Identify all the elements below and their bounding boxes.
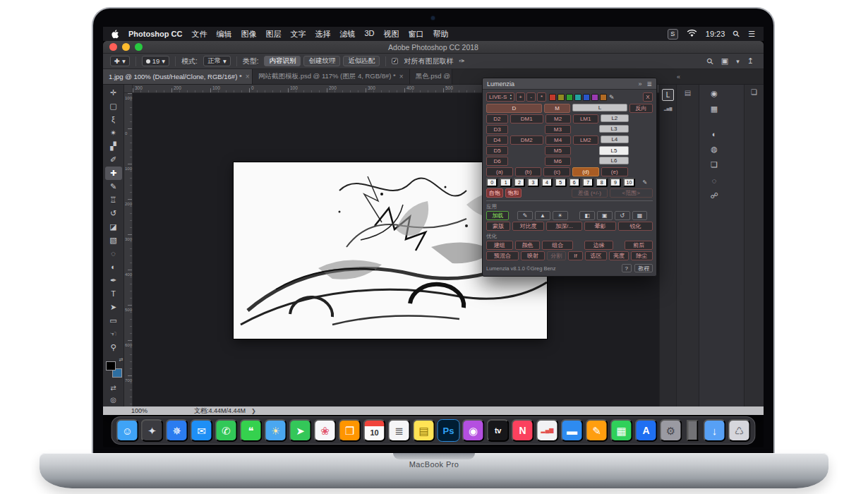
messages-icon[interactable]: ❝ <box>240 419 263 442</box>
lumenzia-button[interactable]: 亮度 <box>609 251 628 260</box>
photoshop-icon[interactable]: Ps <box>438 419 460 442</box>
menu-item[interactable]: 滤镜 <box>339 29 355 40</box>
share-icon[interactable]: ↥ <box>747 56 754 66</box>
lumenzia-tutorial-button[interactable]: 教程 <box>634 264 653 272</box>
color-swatch[interactable] <box>591 94 598 101</box>
pressure-icon[interactable]: ✑ <box>459 57 464 65</box>
books-icon[interactable]: ❐ <box>339 419 361 442</box>
lumenzia-button[interactable]: 10 <box>623 178 634 187</box>
eye-icon[interactable]: ◉ <box>708 88 721 99</box>
swap-icon[interactable]: ⇄ <box>110 384 116 392</box>
lumenzia-button[interactable]: 加深/... <box>546 222 582 231</box>
layers-icon[interactable]: ❏ <box>708 159 721 170</box>
crop-tool[interactable]: ▞ <box>105 140 122 153</box>
menu-item[interactable]: 视图 <box>383 29 399 40</box>
color-swatch[interactable] <box>549 94 556 101</box>
menu-item[interactable]: 文件 <box>191 29 207 40</box>
lumenzia-button[interactable]: 锐化 <box>618 222 653 231</box>
lumenzia-button[interactable]: 差值 (+/-) <box>572 188 608 198</box>
lumenzia-button[interactable]: (a) <box>486 167 513 176</box>
brush-size-picker[interactable]: 19 ▾ <box>142 56 169 66</box>
lumenzia-button[interactable]: 0 <box>486 178 498 187</box>
lumenzia-button[interactable]: 选区 <box>585 251 607 260</box>
pages-icon[interactable]: ✎ <box>586 419 608 442</box>
lumenzia-button[interactable]: D5 <box>486 146 508 155</box>
lumenzia-button[interactable]: L5 <box>599 146 628 155</box>
appletv-icon[interactable]: tv <box>487 419 510 442</box>
lumenzia-button[interactable]: D6 <box>486 157 508 166</box>
input-method-icon[interactable]: S <box>668 29 678 40</box>
lumenzia-button[interactable]: ▦ <box>632 211 648 220</box>
lumenzia-titlebar[interactable]: Lumenzia » ≣ <box>483 78 656 90</box>
lumenzia-button[interactable]: 建组 <box>486 241 513 250</box>
menu-item[interactable]: 文字 <box>290 29 306 40</box>
move-tool[interactable]: ✛ <box>105 86 122 100</box>
zoom-window-button[interactable] <box>135 43 143 51</box>
lumenzia-button[interactable]: ▣ <box>597 211 613 220</box>
quick-selection-tool[interactable]: ✴ <box>105 126 122 140</box>
history-brush-tool[interactable]: ↺ <box>105 207 122 220</box>
window-titlebar[interactable]: Adobe Photoshop CC 2018 <box>103 41 764 54</box>
weather-icon[interactable]: ☀ <box>265 419 287 442</box>
path-select-tool[interactable]: ➤ <box>105 301 122 314</box>
lumenzia-button[interactable]: L4 <box>601 135 629 143</box>
menubar-clock[interactable]: 19:23 <box>706 30 725 38</box>
lumenzia-button[interactable]: 加载 <box>486 211 509 220</box>
dodge-tool[interactable]: ◐ <box>105 260 122 274</box>
menu-item[interactable]: 帮助 <box>433 29 448 40</box>
lumenzia-button[interactable]: 4 <box>541 178 553 187</box>
mail-icon[interactable]: ✉ <box>191 419 213 442</box>
brush-tool[interactable]: ✎ <box>105 180 122 193</box>
search-icon[interactable]: ⚲ <box>705 56 716 66</box>
photos-icon[interactable]: ❀ <box>314 419 337 442</box>
menu-item[interactable]: 窗口 <box>408 29 423 40</box>
apple-menu-icon[interactable] <box>111 30 119 39</box>
tab-close-icon[interactable]: × <box>399 73 404 80</box>
swap-colors-icon[interactable]: ⇄ <box>119 357 123 363</box>
lumenzia-button[interactable]: 1 <box>500 178 511 187</box>
clone-stamp-tool[interactable]: ♖ <box>105 193 122 207</box>
maps-icon[interactable]: ➤ <box>289 419 312 442</box>
wifi-icon[interactable] <box>687 30 697 39</box>
lumenzia-button[interactable]: 6 <box>569 178 580 187</box>
color-swatch[interactable] <box>566 94 573 101</box>
menu-item[interactable]: 编辑 <box>216 29 231 40</box>
lumenzia-button[interactable]: 自饱 <box>486 188 503 198</box>
document-tab[interactable]: 黑色.psd @ ... × <box>410 69 452 84</box>
lumenzia-button[interactable]: M5 <box>545 146 571 155</box>
lumenzia-button[interactable]: ↺ <box>615 211 630 220</box>
lumenzia-button[interactable]: 对比度 <box>512 222 544 231</box>
lumenzia-preset-dropdown[interactable]: LIVE-S ▴▾ <box>486 92 514 102</box>
marquee-tool[interactable]: ▢ <box>105 100 122 113</box>
lumenzia-button[interactable]: 3 <box>527 178 538 187</box>
lumenzia-button[interactable]: DM1 <box>510 114 543 124</box>
lumenzia-button[interactable]: L3 <box>599 125 628 133</box>
safari-icon[interactable]: ✵ <box>166 419 188 442</box>
status-chevron-icon[interactable]: ❯ <box>251 408 256 414</box>
tab-close-icon[interactable]: × <box>246 73 250 80</box>
lumenzia-button[interactable]: M <box>544 104 570 113</box>
lumenzia-button[interactable]: DM2 <box>510 135 543 145</box>
collapse-panels-icon[interactable]: « <box>677 73 680 80</box>
sample-all-layers-checkbox[interactable]: ✓ <box>392 58 398 64</box>
news-icon[interactable]: N <box>512 419 534 442</box>
lumenzia-button[interactable]: 前后 <box>625 241 653 250</box>
lumenzia-button[interactable]: 颜色 <box>515 241 541 250</box>
type-toggle[interactable]: 内容识别 <box>264 56 301 66</box>
lumenzia-button[interactable]: 晕影 <box>584 222 616 231</box>
blur-tool[interactable]: ◌ <box>105 247 122 260</box>
lasso-tool[interactable]: ξ <box>105 113 122 126</box>
downloads-icon[interactable]: ↓ <box>704 419 726 442</box>
lumenzia-small-button[interactable]: * <box>537 92 546 102</box>
lumenzia-button[interactable]: D3 <box>486 125 508 134</box>
chevron-down-icon[interactable]: ▾ <box>736 58 740 65</box>
drop-icon[interactable]: ◌ <box>708 175 721 186</box>
shape-tool[interactable]: ▭ <box>105 314 122 327</box>
spot-healing-tool[interactable]: ✚ <box>105 167 122 180</box>
mode-dropdown[interactable]: 正常▾ <box>203 56 231 66</box>
lumenzia-button[interactable]: ✎ <box>517 211 533 220</box>
lumenzia-button[interactable]: <范围> <box>610 188 653 198</box>
stocks-icon[interactable]: ▂▄▆ <box>536 419 559 442</box>
lumenzia-button[interactable]: 映射 <box>521 251 545 260</box>
menu-item[interactable]: 图层 <box>265 29 281 40</box>
